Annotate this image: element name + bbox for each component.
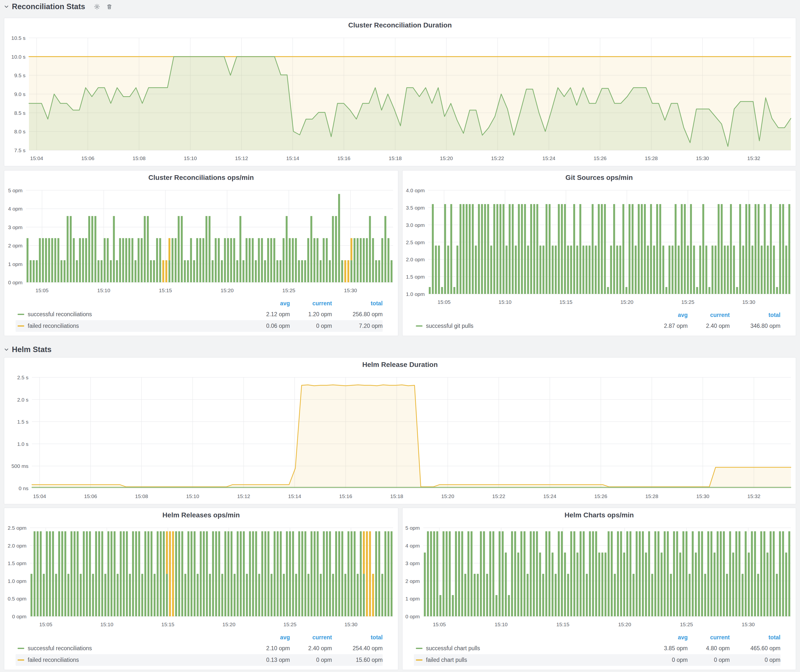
bar-chart-plot[interactable]: 4.0 opm3.5 opm3.0 opm2.5 opm2.0 opm1.5 o…: [402, 185, 796, 310]
svg-text:15:32: 15:32: [747, 155, 760, 161]
legend-avg-value: 0.06 opm: [248, 323, 290, 329]
legend-series-label[interactable]: failed chart pulls: [426, 657, 467, 663]
svg-text:15:20: 15:20: [618, 622, 631, 627]
svg-text:0 opm: 0 opm: [12, 614, 26, 619]
svg-text:0 opm: 0 opm: [8, 280, 22, 285]
legend-sort-total[interactable]: total: [730, 312, 781, 318]
svg-text:15:10: 15:10: [184, 155, 197, 161]
panel-cluster-reconciliations-opm: Cluster Reconciliations ops/min 5 opm4 o…: [4, 170, 398, 336]
bar-chart-plot[interactable]: 5 opm4 opm3 opm2 opm1 opm0 opm15:0515:10…: [4, 185, 398, 298]
svg-text:15:16: 15:16: [339, 493, 352, 499]
svg-text:15:18: 15:18: [390, 493, 403, 499]
legend-row: successful git pulls 2.87 opm 2.40 opm 3…: [414, 320, 781, 332]
legend-total-value: 0 opm: [730, 657, 781, 663]
legend-series-label[interactable]: failed reconciliations: [28, 657, 79, 663]
svg-text:15:06: 15:06: [84, 493, 97, 499]
legend-avg-value: 0 opm: [646, 657, 688, 663]
legend-sort-current[interactable]: current: [688, 312, 730, 318]
legend-row: failed reconciliations 0.13 opm 0 opm 15…: [16, 654, 383, 666]
legend-avg-value: 2.10 opm: [248, 645, 290, 652]
gear-icon: [93, 3, 101, 10]
legend-current-value: 2.40 opm: [290, 645, 332, 652]
section-delete-button[interactable]: [104, 2, 114, 12]
svg-text:15:05: 15:05: [36, 288, 49, 293]
svg-text:4 opm: 4 opm: [405, 543, 420, 549]
svg-text:15:30: 15:30: [344, 622, 357, 627]
bar-chart-plot[interactable]: 2.5 opm2.0 opm1.5 opm1.0 opm0.5 opm0 opm…: [4, 522, 398, 632]
series-color-dash: [18, 325, 24, 326]
legend-sort-total[interactable]: total: [332, 300, 383, 307]
dashboard: Reconciliation Stats Cluster Reconciliat…: [0, 0, 800, 672]
svg-text:15:15: 15:15: [560, 299, 573, 305]
svg-text:0 opm: 0 opm: [405, 614, 420, 619]
panel-title[interactable]: Helm Release Duration: [4, 358, 796, 372]
legend-current-value: 2.40 opm: [688, 323, 730, 329]
svg-text:15:25: 15:25: [681, 299, 694, 305]
legend-sort-current[interactable]: current: [290, 300, 332, 307]
svg-text:15:25: 15:25: [283, 622, 297, 627]
section-header-helm-stats[interactable]: Helm Stats: [3, 344, 56, 355]
svg-text:15:25: 15:25: [680, 622, 693, 627]
panel-title[interactable]: Cluster Reconciliation Duration: [4, 18, 796, 32]
svg-text:15:05: 15:05: [39, 622, 53, 627]
legend-avg-value: 3.85 opm: [646, 645, 688, 652]
svg-text:5 opm: 5 opm: [8, 187, 22, 193]
legend-avg-value: 2.87 opm: [646, 323, 688, 329]
legend: avg current total successful chart pulls…: [402, 632, 796, 670]
legend-sort-avg[interactable]: avg: [248, 300, 290, 307]
svg-text:1 opm: 1 opm: [8, 261, 22, 267]
chevron-down-icon: [3, 4, 10, 10]
legend-sort-avg[interactable]: avg: [646, 634, 688, 641]
legend-row: successful chart pulls 3.85 opm 4.80 opm…: [414, 643, 781, 654]
svg-text:15:20: 15:20: [222, 622, 235, 627]
legend-current-value: 0 opm: [290, 323, 332, 329]
panel-title[interactable]: Helm Releases ops/min: [4, 508, 398, 522]
svg-text:9.0 s: 9.0 s: [14, 91, 26, 97]
legend-series-label[interactable]: successful git pulls: [426, 323, 474, 329]
svg-text:0.5 opm: 0.5 opm: [8, 596, 26, 602]
panel-cluster-reconciliation-duration: Cluster Reconciliation Duration 10.5 s10…: [4, 18, 796, 166]
legend-total-value: 346.80 opm: [730, 323, 781, 329]
legend-row: failed chart pulls 0 opm 0 opm 0 opm: [414, 654, 781, 666]
time-series-plot[interactable]: 10.5 s10.0 s9.5 s9.0 s8.5 s8.0 s7.5 s15:…: [4, 32, 796, 166]
panel-helm-release-duration: Helm Release Duration 2.5 s2.0 s1.5 s1.0…: [4, 357, 796, 504]
section-header-reconciliation-stats[interactable]: Reconciliation Stats: [3, 1, 114, 12]
svg-text:15:16: 15:16: [338, 155, 350, 161]
panel-title[interactable]: Cluster Reconciliations ops/min: [4, 170, 398, 185]
series-color-dash: [18, 648, 24, 649]
legend-sort-total[interactable]: total: [730, 634, 781, 641]
svg-text:15:06: 15:06: [82, 155, 94, 161]
svg-text:10.5 s: 10.5 s: [11, 35, 26, 41]
svg-text:15:24: 15:24: [543, 493, 556, 499]
svg-text:3 opm: 3 opm: [8, 224, 22, 230]
svg-text:2 opm: 2 opm: [8, 243, 22, 248]
legend-sort-avg[interactable]: avg: [646, 312, 688, 318]
panel-title[interactable]: Git Sources ops/min: [402, 170, 796, 185]
bar-chart-plot[interactable]: 5 opm4 opm3 opm2 opm1 opm0 opm15:0515:10…: [402, 522, 796, 632]
legend-sort-current[interactable]: current: [688, 634, 730, 641]
svg-text:15:12: 15:12: [235, 155, 248, 161]
legend-series-label[interactable]: successful chart pulls: [426, 645, 480, 652]
svg-text:1.5 opm: 1.5 opm: [8, 560, 26, 566]
section-title: Helm Stats: [12, 345, 51, 354]
legend-row: failed reconciliations 0.06 opm 0 opm 7.…: [16, 320, 383, 332]
legend-total-value: 254.40 opm: [332, 645, 383, 652]
svg-text:15:08: 15:08: [135, 493, 148, 499]
svg-text:15:30: 15:30: [742, 299, 755, 305]
time-series-plot[interactable]: 2.5 s2.0 s1.5 s1.0 s500 ms0 ns15:0415:06…: [4, 372, 796, 504]
legend: avg current total successful reconciliat…: [4, 298, 398, 336]
series-color-dash: [18, 314, 24, 315]
svg-text:5 opm: 5 opm: [405, 525, 420, 531]
legend-series-label[interactable]: failed reconciliations: [28, 323, 79, 329]
legend-header: avg current total: [414, 310, 781, 320]
legend-sort-total[interactable]: total: [332, 634, 383, 641]
legend-series-label[interactable]: successful reconciliations: [28, 645, 92, 652]
section-settings-button[interactable]: [92, 2, 102, 12]
legend-sort-avg[interactable]: avg: [248, 634, 290, 641]
panel-title[interactable]: Helm Charts ops/min: [402, 508, 796, 522]
svg-text:15:15: 15:15: [556, 622, 570, 627]
legend-series-label[interactable]: successful reconciliations: [28, 311, 92, 318]
series-color-dash: [416, 659, 422, 661]
legend-sort-current[interactable]: current: [290, 634, 332, 641]
svg-text:15:10: 15:10: [498, 299, 512, 305]
